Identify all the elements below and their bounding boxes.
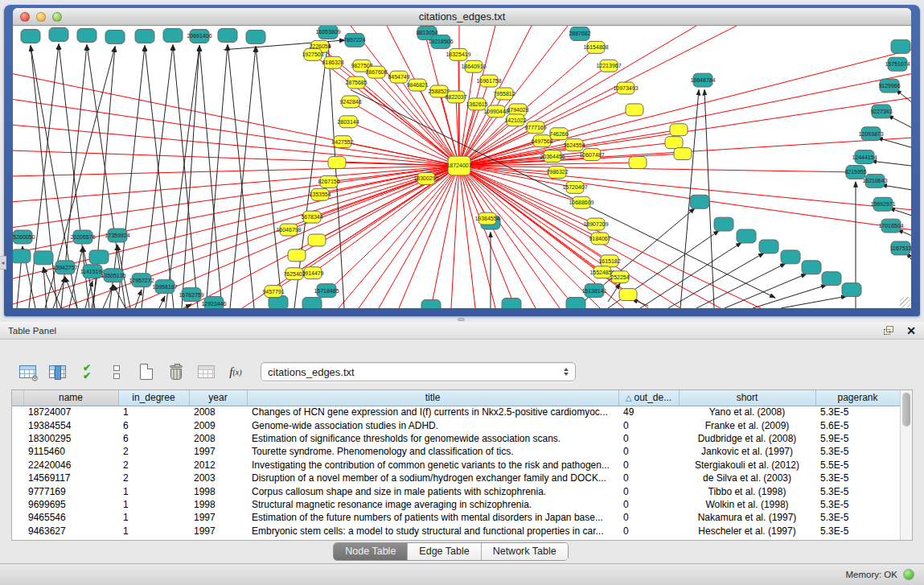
graph-node[interactable]: 7857224 bbox=[343, 33, 365, 47]
graph-edge-black[interactable] bbox=[871, 161, 911, 166]
graph-node[interactable]: 7986322 bbox=[546, 167, 568, 179]
graph-edge-black[interactable] bbox=[145, 46, 174, 308]
graph-node[interactable]: 9242848 bbox=[339, 96, 361, 108]
graph-node[interactable]: 9457791 bbox=[262, 286, 284, 298]
column-header-in_degree[interactable]: in_degree bbox=[118, 390, 189, 406]
graph-node[interactable]: 19218506 bbox=[428, 35, 453, 48]
graph-edge-black[interactable] bbox=[781, 296, 847, 308]
graph-node[interactable]: 9129966 bbox=[878, 79, 900, 93]
graph-node[interactable]: 8822037 bbox=[445, 91, 466, 103]
graph-node[interactable] bbox=[246, 30, 265, 43]
clear-selection-icon[interactable] bbox=[105, 360, 128, 383]
table-row[interactable]: 946554611997Estimation of the future num… bbox=[12, 511, 900, 524]
graph-node[interactable] bbox=[288, 249, 306, 262]
graph-node[interactable]: 15692971 bbox=[870, 197, 895, 211]
graph-edge-black[interactable] bbox=[888, 115, 911, 127]
graph-node[interactable]: 13505135 bbox=[101, 269, 125, 282]
graph-node[interactable] bbox=[737, 229, 756, 243]
graph-node[interactable]: 3624554 bbox=[563, 139, 585, 151]
resize-grip-icon[interactable] bbox=[900, 297, 910, 307]
graph-node[interactable]: 20206576 bbox=[70, 230, 95, 244]
graph-node[interactable] bbox=[13, 249, 31, 263]
splitter-handle-icon[interactable] bbox=[458, 318, 465, 321]
graph-node[interactable]: 8454749 bbox=[388, 71, 409, 83]
graph-node[interactable] bbox=[626, 104, 643, 116]
graph-edge-black[interactable] bbox=[256, 47, 282, 308]
graph-node[interactable] bbox=[328, 157, 346, 169]
graph-node[interactable]: 5678344 bbox=[301, 211, 322, 223]
table-scrollbar[interactable] bbox=[900, 390, 912, 540]
graph-node[interactable]: 9227343 bbox=[870, 105, 892, 118]
graph-node[interactable]: 12444154 bbox=[852, 150, 877, 164]
graph-node[interactable]: 12923446 bbox=[201, 297, 226, 308]
graph-node[interactable]: 15718485 bbox=[314, 284, 339, 298]
graph-node[interactable] bbox=[665, 137, 683, 149]
graph-edge-black[interactable] bbox=[182, 46, 199, 308]
graph-node[interactable]: 9184067 bbox=[589, 233, 610, 245]
graph-edge-black[interactable] bbox=[230, 47, 256, 308]
graph-node[interactable] bbox=[674, 148, 692, 160]
graph-node[interactable] bbox=[308, 234, 326, 246]
table-scrollbar-thumb[interactable] bbox=[902, 393, 910, 426]
graph-node[interactable] bbox=[629, 157, 647, 169]
graph-edge-black[interactable] bbox=[117, 46, 145, 308]
graph-node[interactable]: 15138141 bbox=[581, 284, 606, 298]
graph-edge-black[interactable] bbox=[753, 285, 827, 308]
column-header-year[interactable]: year bbox=[189, 390, 247, 406]
graph-node[interactable]: 1421022 bbox=[504, 114, 526, 126]
graph-node[interactable]: 1353554 bbox=[309, 188, 331, 200]
graph-node[interactable] bbox=[670, 124, 688, 136]
toggle-column-icon[interactable] bbox=[46, 360, 68, 383]
graph-node[interactable]: 12093873 bbox=[858, 127, 883, 141]
network-canvas-svg[interactable]: 2069140616053809785722488130541921850628… bbox=[13, 26, 911, 308]
graph-node[interactable]: 17016504 bbox=[878, 219, 903, 233]
graph-node[interactable]: 16648784 bbox=[690, 73, 715, 87]
graph-node[interactable] bbox=[302, 298, 322, 308]
graph-node[interactable]: 8215955 bbox=[844, 166, 866, 179]
graph-node[interactable] bbox=[218, 28, 237, 42]
graph-edge-black[interactable] bbox=[881, 185, 911, 190]
graph-edge-red[interactable] bbox=[459, 67, 474, 166]
graph-node[interactable] bbox=[842, 283, 861, 297]
table-row[interactable]: 1456911722003Disruption of a novel membe… bbox=[12, 472, 900, 484]
float-panel-icon[interactable] bbox=[884, 326, 895, 336]
graph-node[interactable]: 16210643 bbox=[862, 174, 887, 187]
graph-node[interactable] bbox=[21, 29, 40, 43]
graph-node[interactable] bbox=[105, 30, 125, 43]
graph-edge-black[interactable] bbox=[228, 45, 254, 308]
minimize-icon[interactable] bbox=[36, 12, 46, 22]
graph-node[interactable]: 17359924 bbox=[105, 229, 129, 242]
column-header-name[interactable]: name bbox=[23, 390, 118, 406]
graph-node[interactable] bbox=[891, 39, 910, 53]
graph-edge-black[interactable] bbox=[135, 290, 142, 308]
graph-node[interactable]: 2803144 bbox=[337, 116, 359, 128]
graph-node[interactable] bbox=[802, 261, 821, 274]
graph-node[interactable] bbox=[77, 28, 97, 42]
graph-node[interactable]: 15751074 bbox=[885, 57, 910, 71]
column-header-short[interactable]: short bbox=[679, 390, 815, 406]
graph-node[interactable]: 16053809 bbox=[315, 26, 340, 39]
trash-icon[interactable] bbox=[165, 360, 187, 383]
function-builder-icon[interactable]: f(x) bbox=[224, 360, 247, 383]
graph-node[interactable] bbox=[619, 289, 637, 301]
graph-node[interactable]: 9846821 bbox=[406, 79, 428, 91]
graph-node[interactable] bbox=[781, 250, 800, 264]
graph-node[interactable] bbox=[714, 217, 733, 231]
graph-edge-red[interactable] bbox=[399, 166, 459, 308]
graph-node[interactable]: 25260050 bbox=[13, 230, 35, 244]
graph-node[interactable] bbox=[34, 251, 53, 265]
table-selector-dropdown[interactable]: citations_edges.txt bbox=[261, 362, 576, 381]
graph-node[interactable]: 7625402 bbox=[283, 268, 305, 280]
table-row[interactable]: 946362711997Embryonic stem cells: a mode… bbox=[12, 525, 900, 538]
graph-node[interactable]: 12213967 bbox=[596, 60, 621, 72]
graph-node[interactable]: 9777169 bbox=[524, 122, 546, 134]
select-all-checks-icon[interactable]: ✔✔ bbox=[76, 360, 98, 383]
graph-node[interactable]: 16782759 bbox=[179, 288, 203, 302]
network-window-titlebar[interactable]: citations_edges.txt bbox=[13, 8, 911, 26]
graph-node[interactable]: 1167533 bbox=[890, 241, 911, 255]
new-file-icon[interactable] bbox=[135, 360, 158, 383]
graph-node[interactable]: 2887682 bbox=[569, 27, 590, 40]
graph-node[interactable]: 2875685 bbox=[345, 76, 367, 89]
graph-node[interactable]: 8186328 bbox=[322, 56, 343, 68]
graph-node[interactable] bbox=[759, 240, 778, 253]
